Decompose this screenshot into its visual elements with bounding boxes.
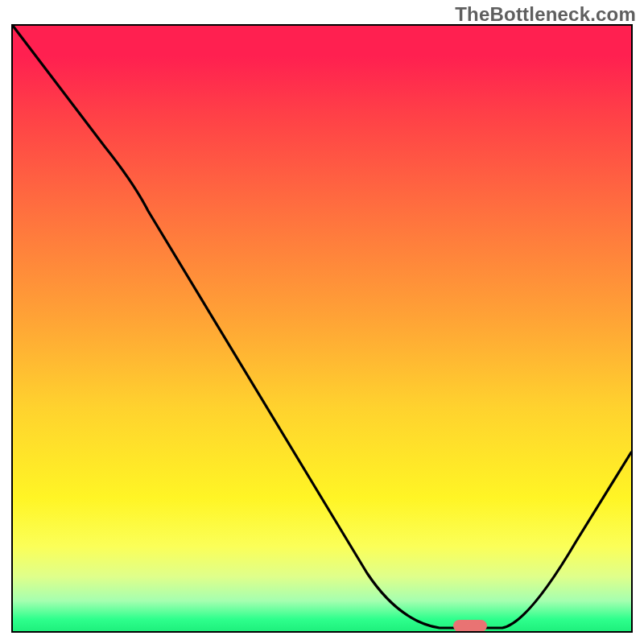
curve-svg bbox=[13, 26, 631, 631]
curve-path bbox=[13, 26, 631, 628]
highlight-marker bbox=[453, 620, 487, 632]
watermark-text: TheBottleneck.com bbox=[455, 3, 636, 26]
plot-area bbox=[11, 24, 633, 633]
chart-frame: TheBottleneck.com bbox=[0, 0, 644, 644]
